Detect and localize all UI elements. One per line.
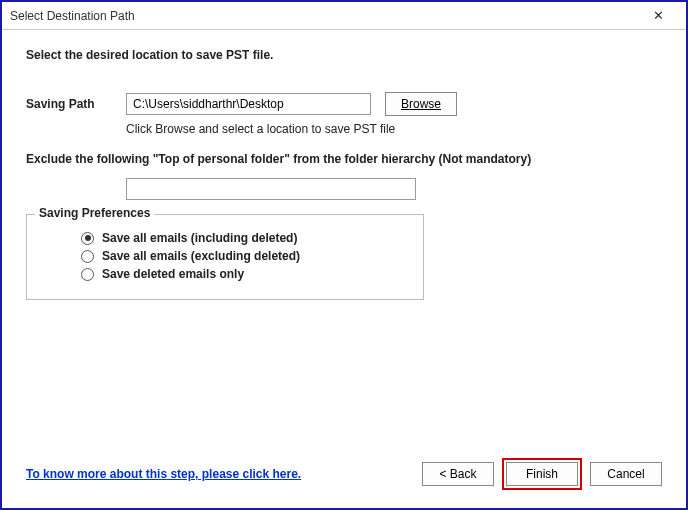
exclude-label: Exclude the following "Top of personal f… <box>26 152 662 166</box>
radio-option-include-deleted[interactable]: Save all emails (including deleted) <box>81 231 409 245</box>
close-icon[interactable]: ✕ <box>638 8 678 23</box>
radio-option-deleted-only[interactable]: Save deleted emails only <box>81 267 409 281</box>
content-area: Select the desired location to save PST … <box>2 30 686 508</box>
radio-icon <box>81 232 94 245</box>
saving-path-input[interactable] <box>126 93 371 115</box>
saving-path-hint: Click Browse and select a location to sa… <box>126 122 662 136</box>
window-title: Select Destination Path <box>10 9 135 23</box>
saving-path-row: Saving Path Browse <box>26 92 662 116</box>
dialog-window: Select Destination Path ✕ Select the des… <box>0 0 688 510</box>
radio-label: Save all emails (including deleted) <box>102 231 297 245</box>
radio-label: Save deleted emails only <box>102 267 244 281</box>
saving-preferences-group: Saving Preferences Save all emails (incl… <box>26 214 424 300</box>
exclude-input[interactable] <box>126 178 416 200</box>
radio-icon <box>81 268 94 281</box>
saving-preferences-legend: Saving Preferences <box>35 206 154 220</box>
finish-button[interactable]: Finish <box>506 462 578 486</box>
radio-label: Save all emails (excluding deleted) <box>102 249 300 263</box>
radio-option-exclude-deleted[interactable]: Save all emails (excluding deleted) <box>81 249 409 263</box>
help-link[interactable]: To know more about this step, please cli… <box>26 467 301 481</box>
finish-highlight: Finish <box>502 458 582 490</box>
saving-path-label: Saving Path <box>26 97 126 111</box>
titlebar: Select Destination Path ✕ <box>2 2 686 30</box>
back-button[interactable]: < Back <box>422 462 494 486</box>
radio-icon <box>81 250 94 263</box>
footer: To know more about this step, please cli… <box>26 458 662 490</box>
instruction-text: Select the desired location to save PST … <box>26 48 662 62</box>
browse-button[interactable]: Browse <box>385 92 457 116</box>
cancel-button[interactable]: Cancel <box>590 462 662 486</box>
